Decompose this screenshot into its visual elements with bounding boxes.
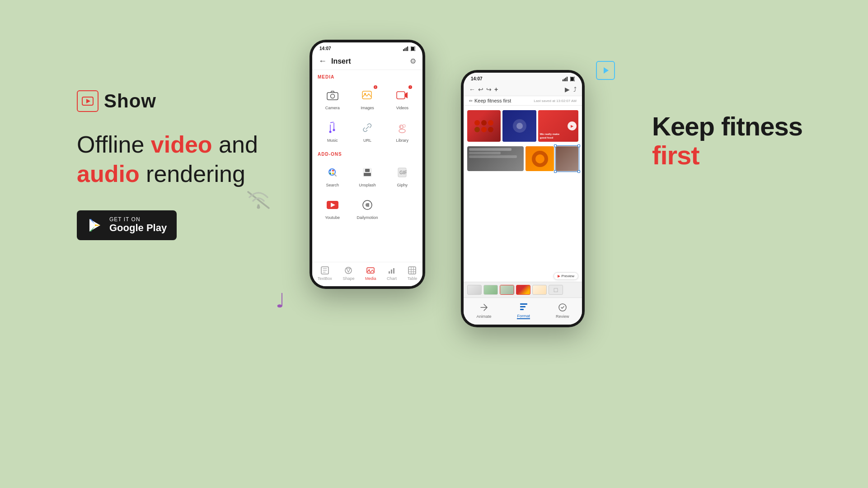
last-saved-text: Last saved at 13:02:07 AM xyxy=(534,99,577,103)
action-animate[interactable]: Animate xyxy=(476,302,491,319)
addons-grid: Search Unsplash GIF Giphy xyxy=(316,160,419,223)
slide-thumb-3[interactable] xyxy=(500,285,514,295)
svg-point-6 xyxy=(257,206,260,209)
slide-food-img-1 xyxy=(467,110,501,142)
svg-rect-43 xyxy=(389,271,390,274)
slide-title[interactable]: Keep fitness first xyxy=(474,98,534,103)
slide-food-img-6 xyxy=(556,146,578,171)
toolbar-back-button[interactable]: ← xyxy=(469,86,475,93)
svg-rect-52 xyxy=(564,79,565,81)
nav-chart[interactable]: Chart xyxy=(384,266,399,281)
headline-line1: Offline video and xyxy=(77,130,321,159)
dailymotion-item[interactable]: Dailymotion xyxy=(351,193,384,223)
media-grid: Camera 2 Images ! Videos xyxy=(316,83,419,146)
svg-point-21 xyxy=(329,131,331,133)
nav-textbox[interactable]: TextBox xyxy=(315,266,335,281)
svg-marker-1 xyxy=(86,99,90,103)
phone1: 14:07 ← Insert ⚙ MEDIA Camera xyxy=(310,40,425,289)
url-item[interactable]: URL xyxy=(351,116,384,146)
svg-rect-45 xyxy=(393,268,394,274)
action-review[interactable]: Review xyxy=(556,302,569,319)
images-item[interactable]: 2 Images xyxy=(351,83,384,114)
toolbar-add-button[interactable]: + xyxy=(494,86,498,93)
google-play-icon xyxy=(87,217,103,233)
svg-rect-32 xyxy=(364,173,371,176)
svg-rect-54 xyxy=(567,77,568,81)
slide-food-img-4 xyxy=(467,146,524,171)
headline-line2: audio rendering xyxy=(77,159,321,189)
svg-marker-40 xyxy=(347,269,350,272)
app-name: Show xyxy=(104,90,156,112)
svg-rect-44 xyxy=(391,270,392,274)
phone1-content: MEDIA Camera 2 Images xyxy=(312,70,422,262)
music-note-decoration: ♩ xyxy=(276,289,285,312)
svg-rect-46 xyxy=(408,267,416,274)
search-item[interactable]: Search xyxy=(316,160,349,191)
nav-table[interactable]: Table xyxy=(405,266,420,281)
youtube-item[interactable]: Youtube xyxy=(316,193,349,223)
phone1-status-bar: 14:07 xyxy=(312,42,422,53)
svg-marker-7 xyxy=(604,67,609,74)
svg-rect-56 xyxy=(571,77,574,81)
toolbar-share-button[interactable]: ⤴ xyxy=(573,86,577,93)
unsplash-item[interactable]: Unsplash xyxy=(351,160,384,191)
logo-icon xyxy=(77,90,99,112)
svg-point-28 xyxy=(332,172,334,174)
svg-rect-14 xyxy=(411,47,414,51)
back-button[interactable]: ← xyxy=(319,56,327,66)
wifi-off-icon xyxy=(246,187,271,213)
action-format[interactable]: Format xyxy=(517,302,530,319)
keep-fitness-text: Keep fitness first xyxy=(652,112,802,170)
svg-point-24 xyxy=(399,129,405,133)
slide-thumb-2[interactable] xyxy=(483,285,498,295)
google-play-button[interactable]: GET IT ON Google Play xyxy=(77,210,177,240)
slide-thumb-add[interactable]: □ xyxy=(549,285,563,295)
videos-item[interactable]: ! Videos xyxy=(386,83,419,114)
phone1-screen: 14:07 ← Insert ⚙ MEDIA Camera xyxy=(312,42,422,286)
svg-point-27 xyxy=(329,172,331,174)
phone1-bottom-nav: TextBox Shape Media Chart Table xyxy=(312,262,422,286)
giphy-item[interactable]: GIF Giphy xyxy=(386,160,419,191)
play-circle-icon[interactable]: ▶ xyxy=(568,121,577,130)
left-section: Show Offline video and audio rendering G… xyxy=(77,90,321,240)
toolbar-play-button[interactable]: ▶ xyxy=(565,86,570,93)
top-right-play-icon xyxy=(596,61,615,80)
svg-rect-19 xyxy=(397,92,405,99)
library-item[interactable]: Library xyxy=(386,116,419,146)
svg-rect-57 xyxy=(520,303,527,305)
svg-rect-51 xyxy=(563,79,563,81)
slide-thumb-5[interactable] xyxy=(532,285,547,295)
slide-thumb-4[interactable] xyxy=(516,285,530,295)
slide-content: We really makegood food ▶ xyxy=(464,106,582,282)
phone2-slide-area[interactable]: We really makegood food ▶ xyxy=(464,106,582,282)
svg-text:GIF: GIF xyxy=(399,170,407,175)
svg-rect-8 xyxy=(403,49,404,51)
phone2-screen: 14:07 ← ↩ ↪ + ▶ ⤴ ✏ Keep fitness first L… xyxy=(464,73,582,325)
slide-thumb-1[interactable] xyxy=(467,285,482,295)
camera-item[interactable]: Camera xyxy=(316,83,349,114)
svg-point-16 xyxy=(330,94,334,98)
music-item[interactable]: Music xyxy=(316,116,349,146)
slide-image-row1: We really makegood food ▶ xyxy=(467,110,578,142)
svg-rect-15 xyxy=(327,93,338,100)
phone2-toolbar: ← ↩ ↪ + ▶ ⤴ xyxy=(464,83,582,96)
nav-media[interactable]: Media xyxy=(362,266,379,281)
svg-point-20 xyxy=(333,129,335,131)
preview-button[interactable]: ▶ Preview xyxy=(554,272,578,280)
svg-point-18 xyxy=(364,93,366,95)
logo-area: Show xyxy=(77,90,321,112)
slide-food-img-2 xyxy=(502,110,536,142)
settings-icon[interactable]: ⚙ xyxy=(410,57,416,65)
google-play-text: GET IT ON Google Play xyxy=(109,217,167,234)
phone1-header: ← Insert ⚙ xyxy=(312,53,422,70)
phone2-actions: Animate Format Review xyxy=(464,297,582,325)
headline: Offline video and audio rendering xyxy=(77,130,321,189)
toolbar-redo-button[interactable]: ↪ xyxy=(486,86,492,93)
nav-shape[interactable]: Shape xyxy=(340,266,357,281)
phone2-status-bar: 14:07 xyxy=(464,73,582,83)
phone2-slide-title-bar: ✏ Keep fitness first Last saved at 13:02… xyxy=(464,96,582,106)
toolbar-undo-button[interactable]: ↩ xyxy=(478,86,483,93)
insert-title: Insert xyxy=(331,57,410,65)
svg-point-26 xyxy=(329,170,331,172)
svg-rect-12 xyxy=(408,46,409,51)
